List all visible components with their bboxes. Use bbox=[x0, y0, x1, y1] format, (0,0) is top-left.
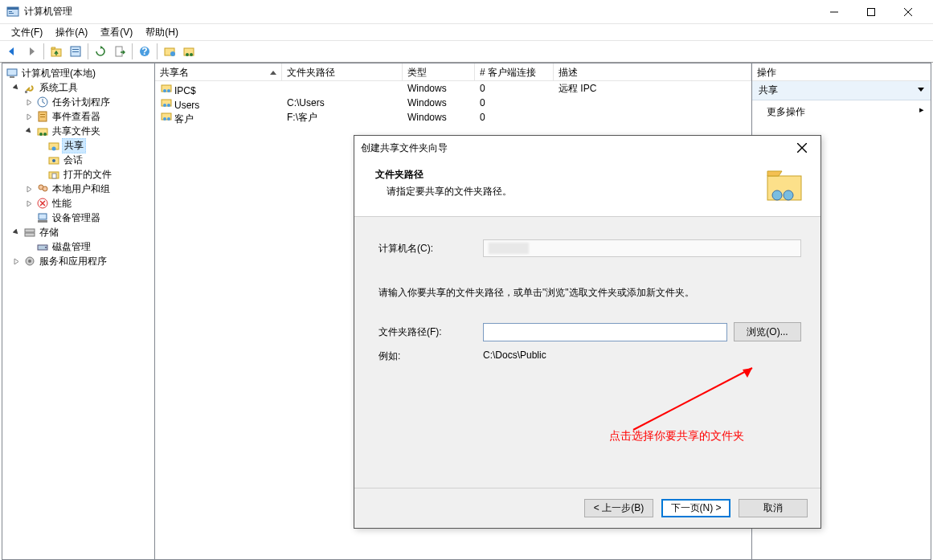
wizard-close-button[interactable] bbox=[790, 143, 814, 153]
toolbar-share-wizard-button[interactable] bbox=[180, 43, 198, 60]
column-connections[interactable]: # 客户端连接 bbox=[475, 63, 554, 80]
expand-icon[interactable] bbox=[23, 96, 35, 108]
svg-point-51 bbox=[163, 104, 166, 107]
svg-point-16 bbox=[170, 51, 175, 56]
toolbar-export-button[interactable] bbox=[111, 43, 129, 60]
tree-shared-folders[interactable]: 共享文件夹 bbox=[4, 124, 153, 138]
collapse-icon[interactable] bbox=[10, 82, 22, 93]
tree-sessions[interactable]: 会话 bbox=[4, 153, 153, 167]
column-description[interactable]: 描述 bbox=[554, 63, 751, 80]
annotation-text: 点击选择你要共享的文件夹 bbox=[609, 429, 744, 444]
expand-icon[interactable] bbox=[23, 183, 35, 194]
event-icon bbox=[36, 110, 49, 123]
tree-device-manager[interactable]: 设备管理器 bbox=[4, 211, 153, 225]
expand-icon[interactable] bbox=[10, 255, 22, 267]
clock-icon bbox=[36, 96, 49, 108]
actions-header: 操作 bbox=[752, 63, 931, 81]
svg-point-54 bbox=[163, 117, 166, 121]
wizard-subheading: 请指定要共享的文件夹路径。 bbox=[375, 185, 764, 198]
svg-rect-5 bbox=[868, 8, 875, 15]
computer-name-field bbox=[483, 239, 801, 257]
svg-point-48 bbox=[163, 89, 166, 92]
shares-icon bbox=[47, 139, 60, 152]
actions-more[interactable]: 更多操作 bbox=[752, 100, 931, 124]
table-row[interactable]: UsersC:\UsersWindows0 bbox=[155, 96, 751, 110]
computer-name-label: 计算机名(C): bbox=[379, 242, 483, 255]
wizard-title: 创建共享文件夹向导 bbox=[361, 141, 790, 155]
menu-action[interactable]: 操作(A) bbox=[49, 24, 94, 41]
wizard-instruction: 请输入你要共享的文件夹路径，或单击"浏览"选取文件夹或添加新文件夹。 bbox=[379, 286, 801, 300]
svg-rect-39 bbox=[39, 214, 47, 219]
window-maximize-button[interactable] bbox=[853, 0, 890, 24]
menu-bar: 文件(F) 操作(A) 查看(V) 帮助(H) bbox=[0, 24, 933, 40]
svg-rect-35 bbox=[52, 174, 56, 178]
wizard-cancel-button[interactable]: 取消 bbox=[739, 499, 808, 517]
wizard-back-button[interactable]: < 上一步(B) bbox=[584, 499, 653, 517]
toolbar-refresh-button[interactable] bbox=[92, 43, 109, 60]
expand-icon[interactable] bbox=[23, 111, 35, 122]
tree-services-apps[interactable]: 服务和应用程序 bbox=[4, 254, 153, 268]
svg-rect-21 bbox=[10, 76, 14, 78]
svg-point-44 bbox=[45, 247, 47, 248]
tree-disk-mgmt[interactable]: 磁盘管理 bbox=[4, 239, 153, 254]
svg-point-46 bbox=[28, 260, 31, 263]
svg-rect-1 bbox=[7, 7, 18, 10]
toolbar-help-button[interactable]: ? bbox=[136, 43, 153, 60]
disk-icon bbox=[36, 240, 49, 253]
svg-text:?: ? bbox=[141, 46, 147, 57]
toolbar-new-share-button[interactable] bbox=[161, 43, 178, 60]
svg-rect-11 bbox=[72, 51, 79, 52]
folder-path-label: 文件夹路径(F): bbox=[379, 325, 483, 339]
tree-event-viewer[interactable]: 事件查看器 bbox=[4, 109, 153, 124]
performance-icon bbox=[36, 197, 49, 210]
users-icon bbox=[36, 182, 49, 195]
menu-view[interactable]: 查看(V) bbox=[94, 24, 139, 41]
tree-system-tools[interactable]: 系统工具 bbox=[4, 80, 153, 95]
collapse-icon[interactable] bbox=[23, 125, 35, 137]
browse-button[interactable]: 浏览(O)... bbox=[734, 322, 801, 341]
toolbar-back-button[interactable] bbox=[3, 43, 21, 60]
toolbar-forward-button[interactable] bbox=[23, 43, 40, 60]
tree-storage[interactable]: 存储 bbox=[4, 225, 153, 239]
example-value: C:\Docs\Public bbox=[483, 349, 546, 363]
wizard-heading: 文件夹路径 bbox=[375, 168, 764, 185]
app-icon bbox=[6, 6, 19, 18]
svg-rect-26 bbox=[40, 116, 45, 117]
folder-path-input[interactable] bbox=[483, 323, 727, 341]
wizard-titlebar[interactable]: 创建共享文件夹向导 bbox=[354, 136, 820, 160]
tree-performance[interactable]: 性能 bbox=[4, 196, 153, 211]
svg-point-29 bbox=[43, 133, 47, 136]
collapse-icon[interactable] bbox=[10, 227, 22, 238]
svg-point-31 bbox=[52, 147, 56, 151]
expand-icon[interactable] bbox=[23, 198, 35, 209]
svg-rect-40 bbox=[38, 220, 47, 223]
tree-task-scheduler[interactable]: 任务计划程序 bbox=[4, 95, 153, 109]
window-minimize-button[interactable] bbox=[816, 0, 853, 24]
toolbar-up-button[interactable] bbox=[47, 43, 65, 60]
table-row[interactable]: 客户F:\客户Windows0 bbox=[155, 110, 751, 125]
wizard-next-button[interactable]: 下一页(N) > bbox=[661, 499, 730, 517]
example-label: 例如: bbox=[379, 349, 483, 363]
actions-section-shares[interactable]: 共享 bbox=[752, 81, 931, 100]
tree-root[interactable]: 计算机管理(本地) bbox=[4, 66, 153, 80]
tree-shares[interactable]: 共享 bbox=[4, 138, 153, 153]
navigation-tree[interactable]: 计算机管理(本地) 系统工具 任务计划程序 事件查看器 共享文件夹 bbox=[2, 63, 155, 559]
column-type[interactable]: 类型 bbox=[403, 63, 475, 80]
svg-rect-42 bbox=[25, 233, 35, 236]
shared-folder-icon bbox=[36, 125, 49, 137]
svg-point-59 bbox=[772, 190, 782, 200]
tree-open-files[interactable]: 打开的文件 bbox=[4, 167, 153, 182]
tree-local-users[interactable]: 本地用户和组 bbox=[4, 182, 153, 196]
svg-point-37 bbox=[43, 186, 47, 191]
computer-icon bbox=[6, 67, 18, 80]
toolbar-properties-button[interactable] bbox=[67, 43, 84, 60]
svg-rect-25 bbox=[40, 114, 45, 115]
column-name[interactable]: 共享名 bbox=[155, 63, 282, 80]
menu-help[interactable]: 帮助(H) bbox=[139, 24, 185, 41]
list-header: 共享名 文件夹路径 类型 # 客户端连接 描述 bbox=[155, 63, 751, 81]
window-close-button[interactable] bbox=[890, 0, 927, 24]
storage-icon bbox=[23, 226, 36, 239]
menu-file[interactable]: 文件(F) bbox=[5, 24, 49, 41]
column-path[interactable]: 文件夹路径 bbox=[282, 63, 403, 80]
table-row[interactable]: IPC$Windows0远程 IPC bbox=[155, 81, 751, 96]
